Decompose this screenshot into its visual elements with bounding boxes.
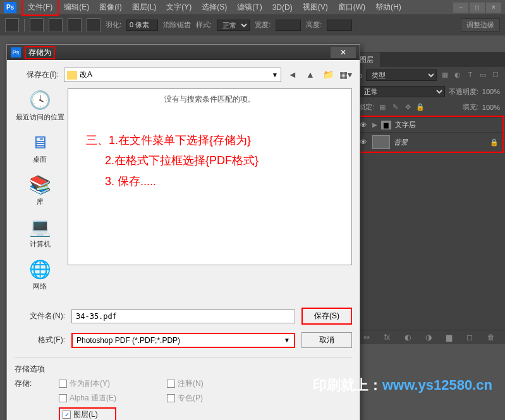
cancel-button[interactable]: 取消 — [301, 332, 352, 348]
menu-view[interactable]: 视图(V) — [298, 0, 333, 15]
filename-label: 文件名(N): — [15, 311, 65, 321]
recent-icon: 🕓 — [27, 88, 52, 111]
view-menu-icon[interactable]: ▦▾ — [339, 69, 352, 81]
filter-type-icon[interactable]: T — [466, 71, 475, 80]
back-icon[interactable]: ◄ — [286, 69, 299, 81]
fill-value[interactable]: 100% — [482, 104, 500, 111]
selection-mode-new-icon[interactable] — [30, 18, 44, 32]
layer-mask-icon[interactable]: ◐ — [405, 333, 411, 342]
filter-adjust-icon[interactable]: ◐ — [453, 71, 462, 80]
format-label: 格式(F): — [15, 335, 65, 345]
lock-position-icon[interactable]: ✥ — [403, 103, 412, 112]
library-icon: 📚 — [27, 173, 52, 196]
width-label: 宽度: — [255, 20, 271, 30]
lock-label: 锁定: — [358, 102, 374, 112]
menu-file[interactable]: 文件(F) — [21, 0, 59, 16]
visibility-icon[interactable]: 👁 — [360, 138, 368, 147]
format-select[interactable]: Photoshop PDF (*.PDF;*.PDP) ▼ — [71, 333, 295, 348]
annotation-text: 三、1.在文件菜单下选择{存储为} 2.在格式下拉框选择{PDF格式} 3. 保… — [73, 130, 346, 191]
photoshop-icon: Ps — [11, 47, 21, 57]
filter-shape-icon[interactable]: ▭ — [478, 71, 487, 80]
save-button[interactable]: 保存(S) — [301, 308, 352, 325]
up-icon[interactable]: ▲ — [304, 69, 317, 81]
folder-path-select[interactable]: 改A ▼ — [64, 68, 281, 82]
filename-input[interactable] — [71, 309, 295, 323]
window-controls: – □ × — [453, 3, 505, 13]
delete-layer-icon[interactable]: 🗑 — [487, 333, 495, 342]
places-sidebar: 🕓 最近访问的位置 🖥 桌面 📚 库 💻 计算机 🌐 网络 — [15, 88, 65, 300]
close-button[interactable]: × — [486, 3, 501, 13]
feather-input[interactable] — [126, 20, 158, 31]
filter-pixel-icon[interactable]: ▦ — [441, 71, 449, 80]
menu-type[interactable]: 文字(Y) — [161, 0, 197, 15]
photoshop-logo-icon: Ps — [4, 2, 16, 13]
save-in-label: 保存在(I): — [15, 69, 59, 80]
style-label: 样式: — [196, 20, 212, 30]
selection-mode-subtract-icon[interactable] — [68, 18, 82, 32]
menu-edit[interactable]: 编辑(E) — [59, 0, 94, 15]
adjustment-layer-icon[interactable]: ◑ — [425, 333, 432, 342]
checkbox-spot[interactable]: 专色(P) — [167, 393, 204, 404]
folder-icon — [67, 71, 77, 80]
layer-thumbnail — [372, 135, 390, 149]
layer-filter-select[interactable]: 类型 — [366, 69, 437, 81]
height-label: 高度: — [306, 20, 322, 30]
dialog-close-button[interactable]: ✕ — [331, 47, 356, 58]
sidebar-desktop[interactable]: 🖥 桌面 — [15, 131, 65, 164]
style-select[interactable]: 正常 — [217, 20, 250, 31]
network-icon: 🌐 — [27, 258, 52, 280]
no-match-text: 没有与搜索条件匹配的项。 — [73, 94, 346, 105]
lock-icon: 🔒 — [490, 138, 499, 147]
checkbox-layers[interactable]: 图层(L) — [59, 407, 116, 420]
menu-filter[interactable]: 滤镜(T) — [232, 0, 267, 15]
new-folder-icon[interactable]: 📁 — [322, 69, 334, 81]
folder-icon: ▆ — [381, 121, 391, 129]
opacity-value[interactable]: 100% — [482, 88, 500, 95]
menu-image[interactable]: 图像(I) — [94, 0, 126, 15]
lock-transparent-icon[interactable]: ▦ — [378, 103, 387, 112]
width-input[interactable] — [276, 20, 301, 31]
menu-help[interactable]: 帮助(H) — [370, 0, 406, 15]
menu-3d[interactable]: 3D(D) — [267, 1, 298, 14]
layer-style-icon[interactable]: fx — [384, 333, 390, 342]
layer-name: 背景 — [394, 138, 408, 147]
layer-item-folder[interactable]: 👁 ▶ ▆ 文字层 — [356, 117, 502, 132]
checkbox-alpha[interactable]: Alpha 通道(E) — [59, 393, 116, 404]
options-toolbar: 羽化: 消除锯齿 样式: 正常 宽度: 高度: 调整边缘 — [0, 15, 505, 35]
desktop-icon: 🖥 — [27, 131, 52, 153]
checkbox-notes[interactable]: 注释(N) — [167, 378, 204, 389]
selection-mode-intersect-icon[interactable] — [87, 18, 100, 32]
feather-label: 羽化: — [106, 20, 121, 30]
computer-icon: 💻 — [27, 215, 52, 238]
antialias-label: 消除锯齿 — [163, 20, 191, 30]
checkbox-as-copy[interactable]: 作为副本(Y) — [59, 378, 116, 389]
sidebar-library[interactable]: 📚 库 — [15, 173, 65, 207]
sidebar-network[interactable]: 🌐 网络 — [15, 258, 65, 291]
menubar: Ps 文件(F) 编辑(E) 图像(I) 图层(L) 文字(Y) 选择(S) 滤… — [0, 0, 505, 15]
new-layer-icon[interactable]: ◻ — [466, 333, 473, 342]
sidebar-computer[interactable]: 💻 计算机 — [15, 215, 65, 249]
fill-label: 填充: — [463, 102, 478, 112]
layer-item-background[interactable]: 👁 背景 🔒 — [356, 132, 502, 152]
menu-select[interactable]: 选择(S) — [197, 0, 232, 15]
lock-all-icon[interactable]: 🔒 — [416, 103, 425, 112]
marquee-tool-icon[interactable] — [5, 18, 19, 32]
menu-layer[interactable]: 图层(L) — [127, 0, 162, 15]
height-input[interactable] — [327, 20, 352, 31]
file-list-area[interactable]: 没有与搜索条件匹配的项。 三、1.在文件菜单下选择{存储为} 2.在格式下拉框选… — [68, 88, 352, 265]
visibility-icon[interactable]: 👁 — [360, 121, 368, 129]
dialog-title: 存储为 — [25, 46, 55, 59]
refine-edge-button[interactable]: 调整边缘 — [461, 18, 500, 32]
menu-window[interactable]: 窗口(W) — [333, 0, 370, 15]
selection-mode-add-icon[interactable] — [49, 18, 63, 32]
opacity-label: 不透明度: — [449, 87, 478, 97]
save-opts-label: 存储: — [15, 378, 59, 420]
group-icon[interactable]: ▆ — [446, 333, 452, 342]
filter-smart-icon[interactable]: ☐ — [491, 71, 500, 80]
minimize-button[interactable]: – — [453, 3, 468, 13]
maximize-button[interactable]: □ — [470, 3, 485, 13]
link-layers-icon[interactable]: ⇔ — [363, 333, 370, 342]
lock-pixels-icon[interactable]: ✎ — [391, 103, 399, 112]
blend-mode-select[interactable]: 正常 — [358, 86, 445, 97]
sidebar-recent[interactable]: 🕓 最近访问的位置 — [15, 88, 65, 122]
